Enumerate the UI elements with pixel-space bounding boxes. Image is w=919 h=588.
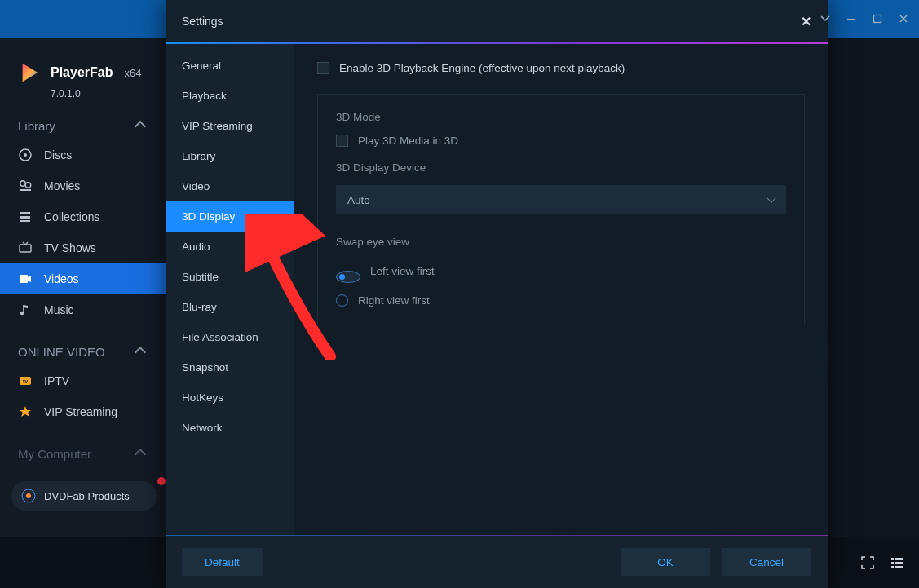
notification-dot [157,477,166,485]
play-3d-checkbox[interactable] [336,135,348,147]
nav-vipstreaming[interactable]: VIP Streaming [166,111,294,141]
nav-network[interactable]: Network [166,413,294,443]
sidebar-item-videos[interactable]: Videos [0,263,167,294]
window-controls [820,13,909,24]
nav-general[interactable]: General [166,51,294,81]
svg-rect-11 [20,245,31,252]
playlist-icon[interactable] [890,555,904,570]
svg-rect-19 [895,558,903,560]
dialog-content: Enable 3D Playback Engine (effective upo… [294,44,828,535]
svg-rect-12 [20,275,28,283]
sidebar: PlayerFab x64 7.0.1.0 Library Discs Movi… [0,38,167,588]
sidebar-item-movies[interactable]: Movies [0,170,167,201]
chevron-up-icon [135,120,146,131]
svg-rect-21 [895,562,903,564]
radio-right[interactable] [336,294,348,307]
swap-label: Swap eye view [336,236,786,248]
radio-left-label: Left view first [370,265,435,277]
3d-panel: 3D Mode Play 3D Media in 3D 3D Display D… [317,94,805,325]
dvdfab-icon [21,489,36,503]
enable-3d-label: Enable 3D Playback Engine (effective upo… [339,62,625,74]
dialog-nav: General Playback VIP Streaming Library V… [166,44,294,535]
nav-subtitle[interactable]: Subtitle [166,262,294,292]
nav-fileassoc[interactable]: File Association [166,322,294,352]
ok-button[interactable]: OK [621,548,710,576]
svg-rect-18 [891,558,894,560]
dialog-buttons: Default OK Cancel [166,536,828,588]
svg-point-13 [20,312,24,315]
fullscreen-icon[interactable] [860,555,875,570]
section-title: Library [18,119,55,133]
dialog-body: General Playback VIP Streaming Library V… [166,44,828,535]
app-logo-icon [18,60,42,85]
default-button[interactable]: Default [182,548,263,576]
nav-video[interactable]: Video [166,171,294,201]
radio-left[interactable] [336,271,360,283]
sidebar-label: TV Shows [44,241,96,254]
nav-library[interactable]: Library [166,141,294,171]
enable-3d-checkbox[interactable] [317,62,329,74]
brand-arch: x64 [124,67,141,79]
svg-point-17 [26,493,31,498]
sidebar-section-online[interactable]: ONLINE VIDEO [0,325,167,365]
sidebar-item-iptv[interactable]: tv IPTV [0,365,167,396]
sidebar-label: Collections [44,210,99,223]
sidebar-label: Movies [44,179,80,192]
sidebar-item-music[interactable]: Music [0,294,167,325]
svg-rect-7 [20,189,31,191]
nav-bluray[interactable]: Blu-ray [166,292,294,322]
brand-version: 7.0.1.0 [0,88,167,99]
dialog-titlebar: Settings ✕ [166,0,828,42]
svg-rect-9 [20,216,30,219]
svg-point-4 [24,153,27,157]
close-icon[interactable] [898,13,909,24]
dvdfab-products-button[interactable]: DVDFab Products [11,481,157,511]
radio-right-row: Right view first [336,294,786,307]
device-select[interactable]: Auto [336,185,786,214]
svg-rect-23 [895,566,903,568]
close-icon[interactable]: ✕ [801,14,811,29]
svg-point-6 [25,183,30,188]
section-title: My Computer [18,447,91,461]
minimize-icon[interactable] [846,13,857,24]
sidebar-label: Videos [44,272,79,285]
dvdfab-label: DVDFab Products [44,490,130,502]
nav-audio[interactable]: Audio [166,232,294,262]
sidebar-section-library[interactable]: Library [0,99,167,139]
brand: PlayerFab x64 [0,38,167,90]
mode-label: 3D Mode [336,111,786,123]
iptv-icon: tv [18,374,33,388]
svg-rect-0 [821,15,829,15]
radio-left-row: Left view first [336,259,786,283]
chevron-up-icon [135,346,146,357]
maximize-icon[interactable] [872,13,883,24]
collection-icon [18,210,33,224]
svg-rect-22 [891,566,894,568]
cancel-button[interactable]: Cancel [722,548,811,576]
sidebar-item-collections[interactable]: Collections [0,201,167,232]
play-3d-row: Play 3D Media in 3D [336,135,786,147]
sidebar-item-discs[interactable]: Discs [0,139,167,170]
sidebar-item-tvshows[interactable]: TV Shows [0,232,167,263]
svg-rect-10 [20,220,30,222]
sidebar-section-computer[interactable]: My Computer [0,427,167,467]
sidebar-item-vip[interactable]: VIP Streaming [0,396,167,427]
menu-down-icon[interactable] [820,13,831,24]
svg-rect-8 [20,212,30,214]
nav-3ddisplay[interactable]: 3D Display [166,201,294,232]
brand-name: PlayerFab [51,65,113,80]
nav-playback[interactable]: Playback [166,81,294,111]
film-icon [18,179,33,193]
radio-right-label: Right view first [358,294,430,307]
chevron-down-icon [767,193,775,202]
svg-rect-2 [874,15,881,23]
music-icon [18,303,33,317]
svg-point-5 [20,181,25,186]
video-icon [18,272,33,286]
device-label: 3D Display Device [336,161,786,174]
chevron-up-icon [135,448,146,459]
sidebar-label: Discs [44,148,72,161]
device-value: Auto [347,194,370,206]
nav-hotkeys[interactable]: HotKeys [166,382,294,413]
nav-snapshot[interactable]: Snapshot [166,352,294,382]
